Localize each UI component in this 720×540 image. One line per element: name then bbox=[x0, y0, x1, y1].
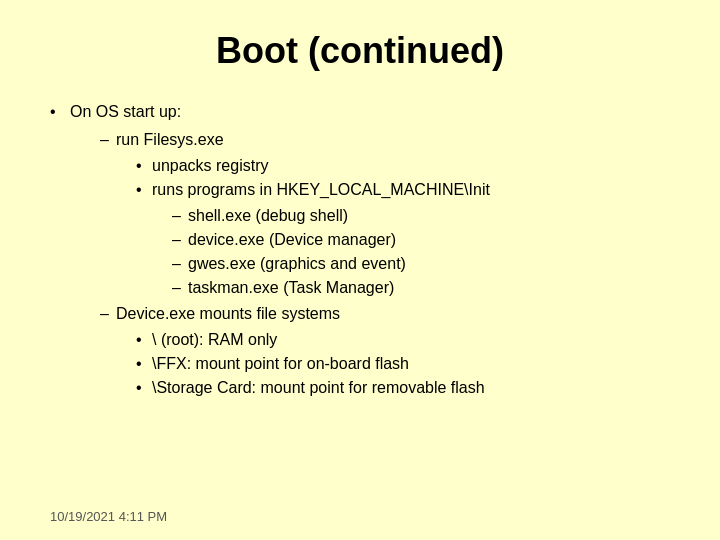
list-item: taskman.exe (Task Manager) bbox=[172, 276, 670, 300]
list-item: device.exe (Device manager) bbox=[172, 228, 670, 252]
device-label: Device.exe mounts file systems bbox=[116, 305, 340, 322]
list-item: unpacks registry bbox=[136, 154, 670, 178]
device-item: Device.exe mounts file systems \ (root):… bbox=[100, 302, 670, 400]
list-item: \ (root): RAM only bbox=[136, 328, 670, 352]
slide-title: Boot (continued) bbox=[50, 30, 670, 72]
timestamp: 10/19/2021 4:11 PM bbox=[50, 509, 167, 524]
slide: Boot (continued) On OS start up: run Fil… bbox=[0, 0, 720, 540]
os-startup-label: On OS start up: bbox=[70, 103, 181, 120]
os-startup-item: On OS start up: run Filesys.exe unpacks … bbox=[50, 100, 670, 400]
filesys-label: run Filesys.exe bbox=[116, 131, 224, 148]
slide-content: On OS start up: run Filesys.exe unpacks … bbox=[50, 100, 670, 400]
filesys-item: run Filesys.exe unpacks registry runs pr… bbox=[100, 128, 670, 300]
list-item: \FFX: mount point for on-board flash bbox=[136, 352, 670, 376]
main-bullet-list: On OS start up: run Filesys.exe unpacks … bbox=[50, 100, 670, 400]
list-item: shell.exe (debug shell) bbox=[172, 204, 670, 228]
filesys-sub-bullets: unpacks registry runs programs in HKEY_L… bbox=[116, 154, 670, 300]
list-item: runs programs in HKEY_LOCAL_MACHINE\Init… bbox=[136, 178, 670, 300]
list-item: gwes.exe (graphics and event) bbox=[172, 252, 670, 276]
init-sub-dash-list: shell.exe (debug shell) device.exe (Devi… bbox=[152, 204, 670, 300]
os-startup-children: run Filesys.exe unpacks registry runs pr… bbox=[70, 128, 670, 400]
list-item: \Storage Card: mount point for removable… bbox=[136, 376, 670, 400]
device-sub-bullets: \ (root): RAM only \FFX: mount point for… bbox=[116, 328, 670, 400]
